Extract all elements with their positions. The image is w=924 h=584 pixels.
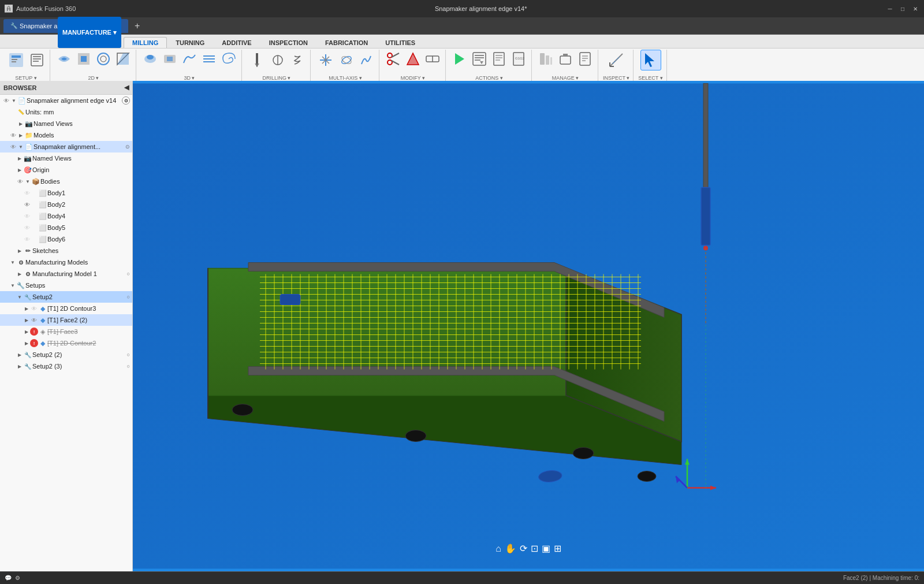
eye-icon-body4[interactable]: 👁 — [23, 212, 31, 220]
manufacture-dropdown[interactable]: MANUFACTURE ▾ — [58, 17, 121, 48]
arrow-snapmaker[interactable]: ▼ — [17, 141, 24, 152]
arrow-named-views-top[interactable]: ▶ — [17, 118, 24, 129]
tree-item-setup2[interactable]: ▼ 🔧 Setup2 ○ — [0, 291, 132, 303]
arrow-models[interactable]: ▶ — [17, 129, 24, 141]
tab-fabrication[interactable]: FABRICATION — [316, 37, 377, 48]
arrow-setups[interactable]: ▼ — [9, 280, 16, 291]
window-controls[interactable]: ─ □ ✕ — [886, 5, 919, 13]
arrow-t1-face2[interactable]: ▶ — [23, 314, 30, 326]
tree-item-setup2-3[interactable]: ▶ 🔧 Setup2 (3) ○ — [0, 360, 132, 372]
arrow-root[interactable]: ▼ — [10, 95, 17, 106]
close-button[interactable]: ✕ — [911, 5, 919, 13]
multiaxis3-icon[interactable] — [357, 51, 375, 69]
simulate-icon[interactable] — [450, 50, 469, 68]
2d-pocket-icon[interactable] — [74, 50, 93, 68]
thread-icon[interactable] — [288, 51, 307, 69]
home-icon[interactable]: ⌂ — [495, 544, 501, 554]
arrow-t1-face3[interactable]: ▶ — [23, 326, 30, 337]
eye-icon-body6[interactable]: 👁 — [23, 235, 31, 243]
modify-cut-icon[interactable] — [384, 50, 403, 68]
tree-item-sketches[interactable]: ▶ ✏ Sketches — [0, 245, 132, 256]
tab-additive[interactable]: ADDITIVE — [213, 37, 260, 48]
arrow-sketches[interactable]: ▶ — [16, 245, 23, 256]
multiaxis-icon[interactable] — [315, 50, 336, 70]
multiaxis2-icon[interactable] — [337, 51, 356, 69]
tab-inspection[interactable]: INSPECTION — [260, 37, 316, 48]
tree-item-body2[interactable]: 👁 ⬜ Body2 — [0, 199, 132, 210]
browser-toggle[interactable]: ◀ — [124, 84, 129, 91]
tree-item-root[interactable]: 👁 ▼ 📄 Snapmaker alignment edge v14 ⊙ — [0, 95, 132, 106]
measure-icon[interactable] — [606, 50, 627, 70]
tree-item-snapmaker-model[interactable]: 👁 ▼ 📄 Snapmaker alignment... ⊙ — [0, 141, 132, 152]
pan-icon[interactable]: ✋ — [505, 543, 516, 554]
tree-item-t1-contour2[interactable]: ▶ ! ◆ [T1] 2D Contour2 — [0, 337, 132, 349]
eye-t1-contour3[interactable]: 👁 — [30, 304, 38, 313]
tree-item-t1-contour3[interactable]: ▶ 👁 ◆ [T1] 2D Contour3 — [0, 303, 132, 314]
arrow-bodies[interactable]: ▼ — [24, 176, 31, 187]
arrow-setup2-2[interactable]: ▶ — [16, 349, 23, 360]
tree-item-mfg-models[interactable]: ▼ ⚙ Manufacturing Models — [0, 256, 132, 268]
display-mode-icon[interactable]: ▣ — [542, 543, 550, 554]
tab-utilities[interactable]: UTILITIES — [377, 37, 424, 48]
maximize-button[interactable]: □ — [899, 5, 907, 13]
eye-icon-root[interactable]: 👁 — [2, 96, 10, 105]
tree-item-bodies[interactable]: 👁 ▼ 📦 Bodies — [0, 176, 132, 187]
tree-item-body4[interactable]: 👁 ⬜ Body4 — [0, 210, 132, 222]
tree-item-mfg-model-1[interactable]: ▶ ⚙ Manufacturing Model 1 ○ — [0, 268, 132, 280]
3d-pocket-icon[interactable] — [161, 50, 179, 68]
new-tab-button[interactable]: + — [132, 20, 143, 32]
machine-library-icon[interactable] — [556, 50, 575, 68]
eye-icon-body1[interactable]: 👁 — [23, 189, 31, 197]
orbit-icon[interactable]: ⟳ — [520, 543, 527, 554]
eye-icon-body2[interactable]: 👁 — [23, 200, 31, 209]
select-icon[interactable] — [640, 50, 661, 70]
comments-icon[interactable]: 💬 — [5, 575, 12, 581]
setup-icon[interactable] — [6, 50, 27, 70]
tree-item-body1[interactable]: 👁 ⬜ Body1 — [0, 187, 132, 199]
arrow-origin[interactable]: ▶ — [16, 164, 23, 176]
post-library-icon[interactable] — [576, 50, 594, 68]
tab-milling[interactable]: MILLING — [124, 37, 167, 48]
modify3-icon[interactable] — [423, 50, 442, 68]
tree-item-models[interactable]: 👁 ▶ 📁 Models — [0, 129, 132, 141]
modify2-icon[interactable] — [404, 50, 422, 68]
arrow-setup2-3[interactable]: ▶ — [16, 360, 23, 372]
drilling-icon[interactable] — [247, 50, 267, 70]
eye-icon-bodies[interactable]: 👁 — [16, 177, 24, 185]
tree-item-t1-face2[interactable]: ▶ 👁 ◆ [T1] Face2 (2) — [0, 314, 132, 326]
viewport[interactable]: FRONT TOP ↗ ↗ — [133, 81, 924, 571]
eye-icon-body5[interactable]: 👁 — [23, 224, 31, 232]
2d-chamfer-icon[interactable] — [114, 50, 132, 68]
nc-program-icon[interactable]: G1G2 — [509, 50, 528, 68]
arrow-setup2[interactable]: ▼ — [16, 291, 23, 303]
settings-icon[interactable]: ⚙ — [15, 575, 20, 581]
tree-item-setups[interactable]: ▼ 🔧 Setups — [0, 280, 132, 291]
boring-icon[interactable] — [269, 51, 287, 69]
tree-item-named-views-sub[interactable]: ▶ 📷 Named Views — [0, 152, 132, 164]
minimize-button[interactable]: ─ — [886, 5, 894, 13]
grid-icon[interactable]: ⊞ — [554, 543, 561, 554]
tree-item-t1-face3[interactable]: ▶ ! ◈ [T1] Face3 — [0, 326, 132, 337]
tab-turning[interactable]: TURNING — [167, 37, 213, 48]
tree-item-units[interactable]: ▶ 📏 Units: mm — [0, 106, 132, 118]
3d-contour-icon[interactable] — [180, 50, 199, 68]
arrow-t1-contour2[interactable]: ▶ — [23, 337, 30, 349]
eye-icon-snapmaker[interactable]: 👁 — [9, 143, 17, 151]
setup-template-icon[interactable] — [28, 51, 46, 69]
tree-item-body5[interactable]: 👁 ⬜ Body5 — [0, 222, 132, 233]
2d-contour-icon[interactable] — [94, 50, 113, 68]
tree-item-origin[interactable]: ▶ 🎯 Origin — [0, 164, 132, 176]
3d-adaptive-icon[interactable] — [141, 50, 159, 68]
3d-spiral-icon[interactable] — [219, 50, 238, 68]
viewcube[interactable]: FRONT TOP ↗ ↗ — [872, 87, 918, 133]
setup-sheet-icon[interactable] — [490, 50, 508, 68]
arrow-mfg-models[interactable]: ▼ — [9, 256, 16, 268]
arrow-t1-contour3[interactable]: ▶ — [23, 303, 30, 314]
2d-adaptive-icon[interactable] — [55, 50, 73, 68]
post-icon[interactable] — [470, 50, 489, 68]
zoom-fit-icon[interactable]: ⊡ — [531, 543, 538, 554]
eye-t1-face2[interactable]: 👁 — [30, 316, 38, 324]
tree-item-setup2-2[interactable]: ▶ 🔧 Setup2 (2) ○ — [0, 349, 132, 360]
tree-item-body6[interactable]: 👁 ⬜ Body6 — [0, 233, 132, 245]
arrow-named-views-sub[interactable]: ▶ — [16, 152, 23, 164]
